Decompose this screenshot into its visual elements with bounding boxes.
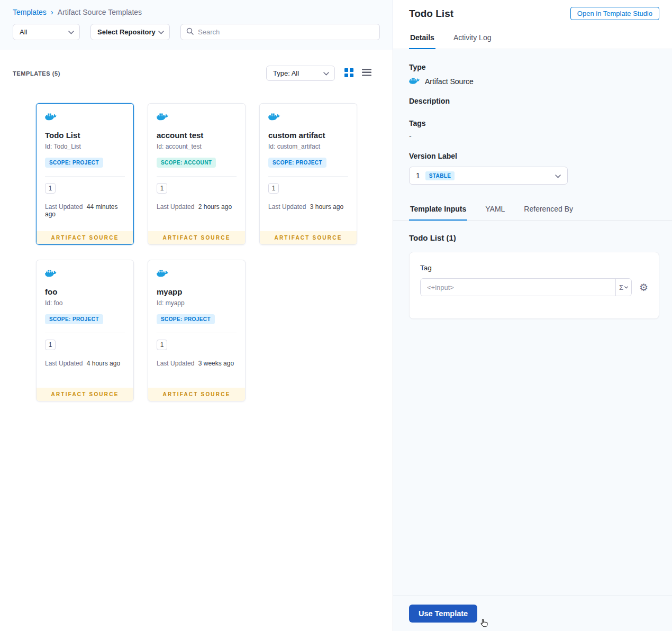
tab-referenced-by[interactable]: Referenced By	[523, 198, 574, 221]
artifact-source-badge: ARTIFACT SOURCE	[37, 388, 133, 401]
card-body: account test Id: account_test SCOPE: ACC…	[148, 104, 245, 231]
details-panel: Todo List Open in Template Studio Detail…	[393, 0, 672, 631]
docker-icon	[409, 77, 420, 86]
filter-row: All Select Repository	[13, 24, 380, 40]
expression-button[interactable]: Σ	[615, 279, 631, 296]
template-card[interactable]: myapp Id: myapp SCOPE: PROJECT 1 Last Up…	[148, 260, 246, 401]
view-toggle	[344, 68, 371, 79]
tab-details[interactable]: Details	[409, 27, 435, 49]
template-card[interactable]: foo Id: foo SCOPE: PROJECT 1 Last Update…	[36, 260, 134, 401]
version-count-badge: 1	[157, 340, 167, 350]
inputs-card: Tag Σ ⚙	[409, 252, 659, 319]
sigma-icon: Σ	[619, 284, 623, 291]
docker-icon	[268, 112, 348, 123]
grid-view-button[interactable]	[344, 68, 353, 79]
card-body: foo Id: foo SCOPE: PROJECT 1 Last Update…	[37, 260, 133, 388]
last-updated-value: 2 hours ago	[198, 203, 232, 211]
type-value-row: Artifact Source	[409, 77, 656, 86]
template-id: Id: account_test	[157, 143, 237, 150]
template-name: foo	[45, 287, 125, 296]
tag-input-row: Σ ⚙	[420, 278, 648, 296]
templates-bar-right: Type: All	[266, 66, 371, 81]
last-updated: Last Updated 3 hours ago	[268, 203, 348, 211]
template-card[interactable]: account test Id: account_test SCOPE: ACC…	[148, 103, 246, 245]
inputs-title: Todo List (1)	[409, 233, 659, 242]
search-input-wrapper	[180, 24, 380, 40]
template-id: Id: custom_artifact	[268, 143, 348, 150]
breadcrumb-link-templates[interactable]: Templates	[13, 8, 47, 16]
version-label-heading: Version Label	[409, 152, 656, 160]
details-panel-body: Type Artifact Source Description Tags - …	[393, 49, 672, 596]
tags-value: -	[409, 132, 656, 140]
chevron-down-icon	[158, 28, 164, 36]
last-updated-label: Last Updated	[157, 203, 194, 211]
details-section: Type Artifact Source Description Tags - …	[393, 49, 672, 196]
card-body: myapp Id: myapp SCOPE: PROJECT 1 Last Up…	[148, 260, 245, 388]
tag-input-wrapper: Σ	[420, 278, 632, 296]
artifact-source-badge: ARTIFACT SOURCE	[148, 231, 245, 244]
tags-label: Tags	[409, 119, 656, 127]
card-body: Todo List Id: Todo_List SCOPE: PROJECT 1…	[37, 104, 133, 231]
type-filter-select[interactable]: Type: All	[266, 66, 335, 81]
details-panel-header: Todo List Open in Template Studio	[393, 0, 672, 27]
grid-view-icon	[344, 68, 353, 79]
last-updated-value: 4 hours ago	[87, 360, 120, 367]
gear-icon[interactable]: ⚙	[639, 282, 648, 292]
card-divider	[268, 176, 348, 177]
search-icon	[186, 28, 194, 37]
scope-badge: SCOPE: PROJECT	[45, 158, 103, 168]
open-in-template-studio-button[interactable]: Open in Template Studio	[570, 7, 659, 20]
version-count-badge: 1	[157, 183, 167, 194]
repository-filter-select[interactable]: Select Repository	[90, 24, 170, 40]
last-updated-label: Last Updated	[268, 203, 306, 211]
template-id: Id: myapp	[157, 299, 237, 307]
card-body: custom artifact Id: custom_artifact SCOP…	[260, 104, 357, 231]
list-view-button[interactable]	[362, 69, 371, 78]
tab-activity-log[interactable]: Activity Log	[452, 27, 493, 49]
chevron-down-icon	[323, 69, 329, 77]
version-count-badge: 1	[45, 340, 56, 350]
template-card[interactable]: Todo List Id: Todo_List SCOPE: PROJECT 1…	[36, 103, 134, 245]
template-name: myapp	[157, 287, 237, 296]
last-updated-label: Last Updated	[157, 360, 194, 367]
last-updated: Last Updated 2 hours ago	[157, 203, 237, 211]
search-input[interactable]	[198, 28, 374, 36]
list-header-area: Templates › Artifact Source Templates Al…	[0, 0, 393, 50]
card-divider	[45, 176, 125, 177]
tab-template-inputs[interactable]: Template Inputs	[409, 198, 467, 221]
use-template-button[interactable]: Use Template	[409, 605, 477, 623]
details-tabs: Details Activity Log	[393, 27, 672, 49]
last-updated: Last Updated 44 minutes ago	[45, 203, 125, 218]
breadcrumb-separator-icon: ›	[51, 7, 53, 16]
last-updated-label: Last Updated	[45, 203, 83, 211]
docker-icon	[157, 269, 237, 280]
last-updated-value: 3 weeks ago	[198, 360, 234, 367]
docker-icon	[45, 269, 125, 280]
tab-yaml[interactable]: YAML	[484, 198, 506, 221]
panel-title: Todo List	[409, 8, 453, 20]
artifact-source-badge: ARTIFACT SOURCE	[37, 231, 133, 244]
chevron-down-icon	[68, 28, 74, 36]
list-view-icon	[362, 69, 371, 78]
template-card[interactable]: custom artifact Id: custom_artifact SCOP…	[259, 103, 357, 245]
type-filter-value: Type: All	[273, 69, 299, 77]
version-select[interactable]: 1 STABLE	[409, 167, 568, 185]
stable-badge: STABLE	[425, 171, 455, 180]
version-count-badge: 1	[268, 183, 279, 194]
scope-badge: SCOPE: PROJECT	[268, 158, 326, 168]
breadcrumb-current: Artifact Source Templates	[58, 8, 142, 16]
template-id: Id: Todo_List	[45, 143, 125, 150]
template-id: Id: foo	[45, 299, 125, 307]
scope-filter-select[interactable]: All	[13, 24, 80, 40]
templates-count-label: TEMPLATES (5)	[13, 70, 60, 77]
chevron-down-icon	[555, 171, 561, 180]
description-label: Description	[409, 97, 656, 105]
version-select-value: 1	[416, 171, 420, 180]
scope-badge: SCOPE: PROJECT	[157, 314, 215, 324]
template-name: account test	[157, 131, 237, 140]
template-inputs-section: Todo List (1) Tag Σ ⚙	[393, 221, 672, 319]
template-cards-grid: Todo List Id: Todo_List SCOPE: PROJECT 1…	[36, 103, 380, 401]
details-panel-footer: Use Template	[393, 596, 672, 631]
card-divider	[45, 333, 125, 333]
tag-input[interactable]	[421, 279, 615, 296]
